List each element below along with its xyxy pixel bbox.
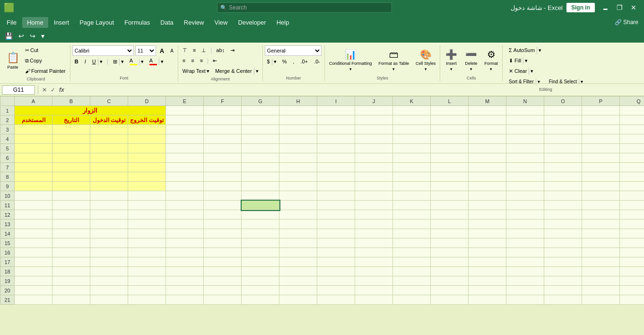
cell-20-J[interactable] [355, 286, 393, 295]
cell-6-P[interactable] [582, 153, 620, 163]
confirm-formula-icon[interactable]: ✓ [50, 86, 56, 94]
cell-21-P[interactable] [582, 295, 620, 305]
cell-12-Q[interactable] [620, 210, 644, 220]
cell-15-F[interactable] [204, 238, 242, 248]
cell-8-H[interactable] [279, 172, 317, 182]
cell-4-A[interactable] [15, 134, 52, 144]
cell-15-G[interactable] [242, 238, 279, 248]
cell-2-B[interactable]: التاريخ [52, 115, 90, 125]
minimize-button[interactable]: 🗕 [599, 1, 612, 14]
cell-10-C[interactable] [90, 191, 128, 201]
cell-20-G[interactable] [242, 286, 279, 295]
menu-item-file[interactable]: File [2, 17, 21, 28]
comma-button[interactable]: , [291, 57, 297, 66]
menu-item-developer[interactable]: Developer [233, 17, 270, 28]
cell-21-J[interactable] [355, 295, 393, 305]
format-cells-button[interactable]: ⚙ Format ▾ [482, 45, 500, 75]
cell-17-G[interactable] [242, 257, 279, 267]
cell-11-G[interactable] [242, 201, 279, 210]
cell-17-H[interactable] [279, 257, 317, 267]
cell-16-N[interactable] [506, 248, 544, 257]
cell-10-B[interactable] [52, 191, 90, 201]
cell-18-G[interactable] [242, 267, 279, 276]
cell-1-P[interactable] [582, 106, 620, 115]
cell-12-N[interactable] [506, 210, 544, 220]
cell-4-N[interactable] [506, 134, 544, 144]
col-header-Q[interactable]: Q [620, 97, 644, 106]
cell-5-M[interactable] [469, 144, 506, 153]
cell-14-H[interactable] [279, 229, 317, 238]
cell-19-I[interactable] [317, 276, 355, 286]
cell-4-Q[interactable] [620, 134, 644, 144]
bottom-align-button[interactable]: ⊥ [199, 45, 209, 55]
cell-15-D[interactable] [128, 238, 166, 248]
cell-1-H[interactable] [279, 106, 317, 115]
cell-17-L[interactable] [431, 257, 469, 267]
menu-item-view[interactable]: View [209, 17, 232, 28]
cell-19-H[interactable] [279, 276, 317, 286]
cell-20-D[interactable] [128, 286, 166, 295]
cell-7-A[interactable] [15, 163, 52, 172]
cell-20-P[interactable] [582, 286, 620, 295]
cell-14-J[interactable] [355, 229, 393, 238]
cell-17-B[interactable] [52, 257, 90, 267]
cell-13-G[interactable] [242, 220, 279, 229]
cell-12-H[interactable] [279, 210, 317, 220]
cell-13-F[interactable] [204, 220, 242, 229]
cell-3-P[interactable] [582, 125, 620, 134]
cell-16-F[interactable] [204, 248, 242, 257]
cell-18-K[interactable] [393, 267, 431, 276]
cell-11-E[interactable] [166, 201, 204, 210]
cell-12-K[interactable] [393, 210, 431, 220]
cell-2-C[interactable]: توقيت الدخول [90, 115, 128, 125]
cell-3-K[interactable] [393, 125, 431, 134]
cell-16-M[interactable] [469, 248, 506, 257]
cell-10-A[interactable] [15, 191, 52, 201]
cell-2-N[interactable] [506, 115, 544, 125]
autosum-button[interactable]: Σ AutoSum ▾ [505, 45, 545, 55]
cell-21-L[interactable] [431, 295, 469, 305]
number-format-select[interactable]: General [265, 45, 322, 56]
cell-8-F[interactable] [204, 172, 242, 182]
cell-9-I[interactable] [317, 182, 355, 191]
font-name-select[interactable]: Calibri [72, 45, 134, 56]
cell-20-M[interactable] [469, 286, 506, 295]
cell-20-A[interactable] [15, 286, 52, 295]
cell-3-H[interactable] [279, 125, 317, 134]
col-header-H[interactable]: H [279, 97, 317, 106]
cell-11-C[interactable] [90, 201, 128, 210]
cell-3-J[interactable] [355, 125, 393, 134]
col-header-N[interactable]: N [506, 97, 544, 106]
cell-4-D[interactable] [128, 134, 166, 144]
cell-6-I[interactable] [317, 153, 355, 163]
cell-21-G[interactable] [242, 295, 279, 305]
cell-12-A[interactable] [15, 210, 52, 220]
cell-5-H[interactable] [279, 144, 317, 153]
cell-5-E[interactable] [166, 144, 204, 153]
cell-9-C[interactable] [90, 182, 128, 191]
cell-11-H[interactable] [279, 201, 317, 210]
cell-3-G[interactable] [242, 125, 279, 134]
cell-7-K[interactable] [393, 163, 431, 172]
cell-20-F[interactable] [204, 286, 242, 295]
cell-19-D[interactable] [128, 276, 166, 286]
col-header-C[interactable]: C [90, 97, 128, 106]
cell-6-C[interactable] [90, 153, 128, 163]
cell-7-P[interactable] [582, 163, 620, 172]
cell-11-F[interactable] [204, 201, 242, 210]
cell-18-M[interactable] [469, 267, 506, 276]
cell-19-B[interactable] [52, 276, 90, 286]
cell-19-E[interactable] [166, 276, 204, 286]
cell-5-D[interactable] [128, 144, 166, 153]
function-icon[interactable]: fx [58, 86, 65, 94]
cell-11-J[interactable] [355, 201, 393, 210]
cell-19-M[interactable] [469, 276, 506, 286]
col-header-I[interactable]: I [317, 97, 355, 106]
col-header-K[interactable]: K [393, 97, 431, 106]
increase-indent-button[interactable]: ⇥ [228, 45, 237, 55]
cell-1-J[interactable] [355, 106, 393, 115]
cell-4-M[interactable] [469, 134, 506, 144]
col-header-G[interactable]: G [242, 97, 279, 106]
cell-8-K[interactable] [393, 172, 431, 182]
cell-8-O[interactable] [544, 172, 582, 182]
